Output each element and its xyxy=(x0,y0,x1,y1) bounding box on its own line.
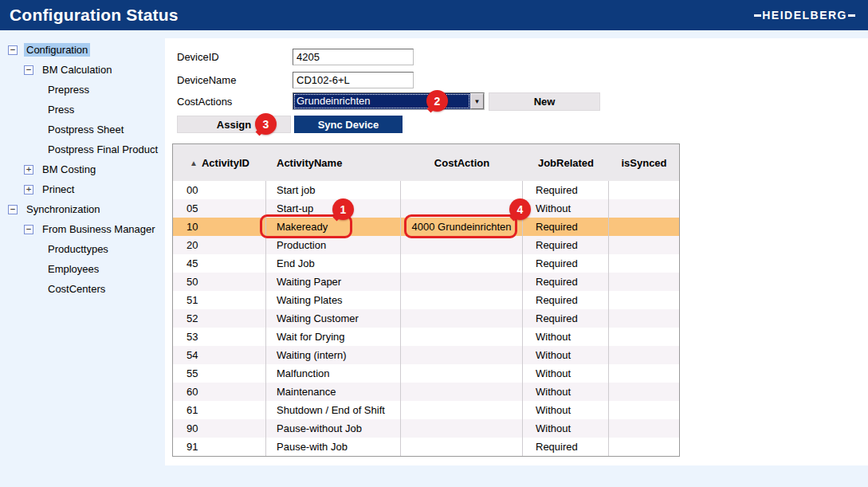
cell-activityid: 51 xyxy=(173,291,266,309)
table-row[interactable]: 00Start jobRequired xyxy=(173,181,679,199)
cell-activityid: 45 xyxy=(173,254,266,273)
tree-item-label[interactable]: CostCenters xyxy=(45,282,108,296)
column-header-costaction[interactable]: CostAction xyxy=(401,144,523,181)
cell-activityid: 61 xyxy=(173,401,266,419)
device-id-input[interactable] xyxy=(293,49,414,65)
sort-ascending-icon: ▲ xyxy=(190,159,198,167)
cell-costaction xyxy=(401,309,523,328)
tree-item-label[interactable]: Producttypes xyxy=(45,242,111,256)
device-name-input[interactable] xyxy=(293,72,414,88)
sync-device-button[interactable]: Sync Device xyxy=(294,116,403,133)
table-row[interactable]: 10Makeready4000 GrundeinrichtenRequired xyxy=(173,218,679,236)
tree-item-label[interactable]: Prepress xyxy=(45,83,92,96)
tree-item-costcenters[interactable]: CostCenters xyxy=(4,279,163,299)
table-row[interactable]: 60MaintenanceWithout xyxy=(173,383,679,401)
column-header-activityname[interactable]: ActivityName xyxy=(266,144,401,181)
tree-item-label[interactable]: From Business Manager xyxy=(40,222,158,236)
tree-item-prepress[interactable]: Prepress xyxy=(4,80,163,100)
cell-activityname: Waiting (intern) xyxy=(266,346,401,364)
dropdown-arrow-icon[interactable]: ▼ xyxy=(470,93,484,109)
cell-activityname: Wait for Drying xyxy=(266,328,401,346)
tree-item-label[interactable]: Press xyxy=(45,103,77,116)
tree-item-configuration[interactable]: −Configuration xyxy=(4,40,163,60)
cell-issynced xyxy=(609,383,679,401)
expand-icon[interactable]: + xyxy=(24,165,33,175)
tree-item-bm-costing[interactable]: +BM Costing xyxy=(4,159,163,179)
tree-item-synchronization[interactable]: −Synchronization xyxy=(4,199,163,219)
tree-item-bm-calculation[interactable]: −BM Calculation xyxy=(4,60,163,80)
cell-jobrelated: Required xyxy=(523,291,609,309)
cell-activityid: 52 xyxy=(173,309,266,328)
tree-item-postpress-sheet[interactable]: Postpress Sheet xyxy=(4,120,163,139)
tree-item-label[interactable]: Postpress Sheet xyxy=(45,123,126,136)
table-row[interactable]: 54Waiting (intern)Without xyxy=(173,346,679,364)
cell-activityid: 91 xyxy=(173,438,266,456)
table-row[interactable]: 91Pause-with JobRequired xyxy=(173,438,679,456)
annotation-badge-4: 4 xyxy=(509,198,531,220)
tree-item-label[interactable]: Synchronization xyxy=(24,202,103,216)
logo-text: HEIDELBERG xyxy=(762,9,847,22)
cell-issynced xyxy=(609,218,679,236)
table-row[interactable]: 50Waiting PaperRequired xyxy=(173,273,679,291)
cell-issynced xyxy=(609,181,679,199)
cell-costaction: 4000 Grundeinrichten xyxy=(401,218,523,236)
table-row[interactable]: 53Wait for DryingWithout xyxy=(173,328,679,346)
tree-item-from-business-manager[interactable]: −From Business Manager xyxy=(4,219,163,239)
tree-item-producttypes[interactable]: Producttypes xyxy=(4,239,163,259)
tree-item-label[interactable]: Prinect xyxy=(40,183,77,196)
cell-activityname: Start job xyxy=(266,181,401,199)
tree-item-label[interactable]: BM Calculation xyxy=(40,63,114,77)
tree-item-label[interactable]: Employees xyxy=(45,262,101,276)
table-row[interactable]: 61Shutdown / End of ShiftWithout xyxy=(173,401,679,419)
column-header-issynced[interactable]: isSynced xyxy=(609,144,679,181)
cell-jobrelated: Required xyxy=(523,438,609,456)
cell-jobrelated: Without xyxy=(523,199,609,218)
table-row[interactable]: 51Waiting PlatesRequired xyxy=(173,291,679,309)
collapse-icon[interactable]: − xyxy=(24,225,33,234)
table-row[interactable]: 52Waiting CustomerRequired xyxy=(173,309,679,328)
tree-item-label[interactable]: BM Costing xyxy=(40,163,98,176)
cell-activityname: Waiting Plates xyxy=(266,291,401,309)
cost-actions-label: CostActions xyxy=(177,96,232,108)
collapse-icon[interactable]: − xyxy=(8,205,18,214)
tree-item-employees[interactable]: Employees xyxy=(4,259,163,279)
cell-costaction xyxy=(401,419,523,438)
cell-activityname: Production xyxy=(266,236,401,254)
expand-icon[interactable]: + xyxy=(24,185,33,194)
cell-activityname: End Job xyxy=(266,254,401,273)
annotation-badge-1: 1 xyxy=(332,198,354,220)
cell-costaction xyxy=(401,181,523,199)
cell-activityname: Makeready xyxy=(266,218,401,236)
tree-item-label[interactable]: Postpress Final Product xyxy=(45,143,160,156)
cell-activityid: 55 xyxy=(173,364,266,383)
table-row[interactable]: 05Start-upWithout xyxy=(173,199,679,218)
tree-item-prinect[interactable]: +Prinect xyxy=(4,179,163,199)
cell-costaction xyxy=(401,236,523,254)
tree-item-press[interactable]: Press xyxy=(4,100,163,120)
cell-issynced xyxy=(609,364,679,383)
cell-activityid: 60 xyxy=(173,383,266,401)
cell-jobrelated: Required xyxy=(523,254,609,273)
new-button[interactable]: New xyxy=(489,92,600,111)
cell-jobrelated: Without xyxy=(523,383,609,401)
cost-actions-dropdown[interactable]: Grundeinrichten ▼ xyxy=(293,92,485,110)
cell-jobrelated: Required xyxy=(523,236,609,254)
tree-item-postpress-final-product[interactable]: Postpress Final Product xyxy=(4,139,163,159)
table-row[interactable]: 90Pause-without JobWithout xyxy=(173,419,679,438)
column-header-jobrelated[interactable]: JobRelated xyxy=(523,144,609,181)
cell-jobrelated: Without xyxy=(523,419,609,438)
collapse-icon[interactable]: − xyxy=(24,65,33,75)
cell-activityid: 90 xyxy=(173,419,266,438)
table-row[interactable]: 20ProductionRequired xyxy=(173,236,679,254)
cell-jobrelated: Required xyxy=(523,181,609,199)
cell-issynced xyxy=(609,236,679,254)
tree-item-label[interactable]: Configuration xyxy=(24,43,90,57)
cell-costaction xyxy=(401,273,523,291)
collapse-icon[interactable]: − xyxy=(8,45,18,55)
heidelberg-logo: HEIDELBERG xyxy=(754,9,868,22)
cell-activityname: Waiting Paper xyxy=(266,273,401,291)
cell-jobrelated: Required xyxy=(523,218,609,236)
table-row[interactable]: 45End JobRequired xyxy=(173,254,679,273)
column-header-activityid[interactable]: ▲ ActivityID xyxy=(173,144,266,181)
table-row[interactable]: 55MalfunctionWithout xyxy=(173,364,679,383)
